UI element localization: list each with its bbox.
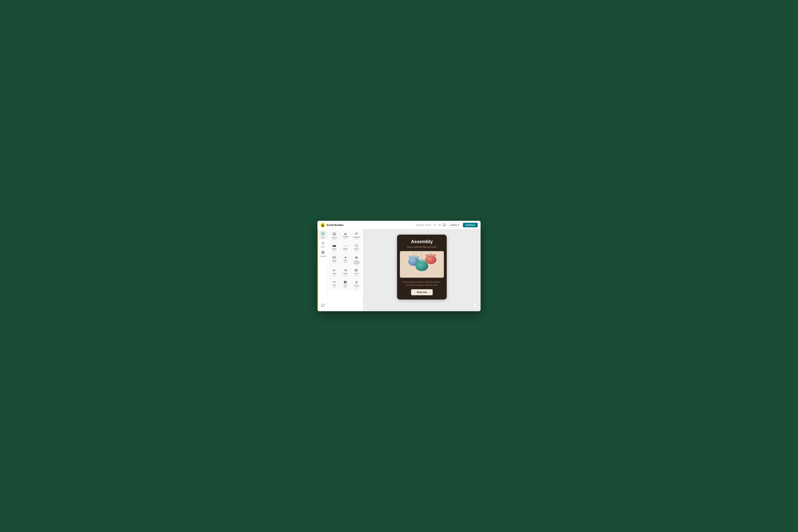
heading-label: Heading <box>343 236 348 238</box>
divider-label: Divider <box>343 248 347 250</box>
chat-button[interactable] <box>319 303 327 309</box>
spacer-label: Spacer <box>354 248 359 250</box>
svg-rect-41 <box>356 270 358 271</box>
component-social[interactable]: Social <box>340 267 350 279</box>
component-code[interactable]: Code <box>329 279 339 290</box>
actions-button[interactable]: Actions ▾ <box>448 223 461 227</box>
image-dots <box>332 262 336 263</box>
layouts-dots <box>332 239 336 240</box>
button-icon <box>332 244 336 248</box>
heading-dots <box>343 238 347 239</box>
email-cta-button[interactable]: Shop now <box>411 289 433 295</box>
svg-point-34 <box>346 271 347 271</box>
social-dots <box>343 275 347 276</box>
component-apps[interactable]: Apps <box>340 279 350 290</box>
svg-point-8 <box>323 225 324 225</box>
header-logo: Email Builder <box>320 223 344 228</box>
video-dots <box>332 275 336 276</box>
templates-icon <box>321 251 325 255</box>
svg-rect-15 <box>323 252 324 254</box>
app-title: Email Builder <box>327 224 344 226</box>
survey-label: Survey <box>354 272 359 274</box>
svg-rect-47 <box>345 282 346 283</box>
logo-icon: A <box>344 256 346 259</box>
image-label: Image <box>332 260 336 261</box>
code-icon <box>333 281 336 284</box>
svg-point-6 <box>323 225 323 225</box>
code-dots <box>332 287 336 288</box>
logo-label: Logo <box>344 259 347 261</box>
survey-dots <box>355 275 358 276</box>
svg-point-33 <box>346 269 347 270</box>
spacer-icon <box>355 244 358 248</box>
apps-label: Apps <box>344 285 347 286</box>
chat-icon <box>321 304 325 308</box>
sidebar-item-templates[interactable]: Templates <box>319 249 327 258</box>
svg-rect-38 <box>356 269 358 269</box>
components-grid: Layouts Hi Heading Paragraph <box>329 231 362 290</box>
creative-assistant-label: Creative Assistant <box>352 260 361 264</box>
svg-rect-16 <box>322 304 324 306</box>
email-preview: Assembly Send a tailored follow-up email… <box>397 234 447 300</box>
component-video[interactable]: Video <box>329 267 339 279</box>
redo-button[interactable]: ↪ <box>437 223 442 227</box>
code-label: Code <box>332 284 336 286</box>
apps-dots <box>343 287 347 288</box>
email-title: Assembly <box>401 239 443 244</box>
svg-point-29 <box>334 257 334 257</box>
continue-button[interactable]: Continue <box>463 223 478 227</box>
components-panel: Layouts Hi Heading Paragraph <box>328 229 363 311</box>
sidebar: Add Styles Templates <box>318 229 328 311</box>
email-subtitle: Send a tailored follow-up email. <box>401 246 443 248</box>
svg-point-57 <box>425 254 436 257</box>
sidebar-item-styles[interactable]: Styles <box>319 240 327 249</box>
component-spacer[interactable]: Spacer <box>351 243 362 254</box>
sidebar-item-add[interactable]: Add <box>319 231 327 240</box>
paragraph-label: Paragraph <box>353 236 360 238</box>
desktop-preview-button[interactable] <box>442 223 447 227</box>
survey-icon <box>355 269 358 272</box>
canvas-area: Assembly Send a tailored follow-up email… <box>363 229 480 311</box>
sidebar-bottom <box>319 303 327 311</box>
header: Email Builder Changes saved ↩ ↪ Actions … <box>318 221 480 229</box>
product-label: Product <box>354 285 359 287</box>
svg-line-35 <box>345 270 346 270</box>
component-divider[interactable]: Divider <box>340 243 350 254</box>
creative-assistant-icon <box>355 256 358 260</box>
video-icon <box>333 269 336 272</box>
sidebar-add-label: Add <box>321 236 324 238</box>
svg-line-43 <box>334 281 335 283</box>
component-button[interactable]: Button <box>329 243 339 254</box>
component-logo[interactable]: A Logo <box>340 254 350 267</box>
logo-dots <box>343 262 347 263</box>
button-label: Button <box>332 248 337 250</box>
component-layouts[interactable]: Layouts <box>329 231 339 242</box>
svg-rect-44 <box>344 281 345 282</box>
styles-icon <box>321 241 325 246</box>
app-window: Email Builder Changes saved ↩ ↪ Actions … <box>318 221 480 311</box>
social-label: Social <box>343 272 347 274</box>
component-survey[interactable]: Survey <box>351 267 362 279</box>
video-label: Video <box>332 272 336 274</box>
component-image[interactable]: Image <box>329 254 339 267</box>
svg-point-32 <box>344 270 345 271</box>
product-icon <box>355 281 358 285</box>
undo-button[interactable]: ↩ <box>433 223 437 227</box>
svg-rect-19 <box>334 234 336 235</box>
sidebar-styles-label: Styles <box>321 246 325 248</box>
svg-line-36 <box>345 270 346 271</box>
component-creative-assistant[interactable]: Creative Assistant <box>351 254 362 267</box>
svg-rect-39 <box>356 270 357 270</box>
svg-point-51 <box>408 255 420 259</box>
email-body: Keep people involved by following up wit… <box>397 278 447 300</box>
help-button[interactable]: ? <box>473 303 478 308</box>
email-body-text: Keep people involved by following up wit… <box>401 281 443 286</box>
component-paragraph[interactable]: Paragraph <box>351 231 362 242</box>
divider-icon <box>343 244 347 248</box>
svg-rect-13 <box>323 251 324 252</box>
component-heading[interactable]: Hi Heading <box>340 231 350 242</box>
component-product[interactable]: Product <box>351 279 362 290</box>
product-dots <box>355 287 358 288</box>
svg-rect-14 <box>322 252 323 254</box>
apps-icon <box>344 281 347 284</box>
